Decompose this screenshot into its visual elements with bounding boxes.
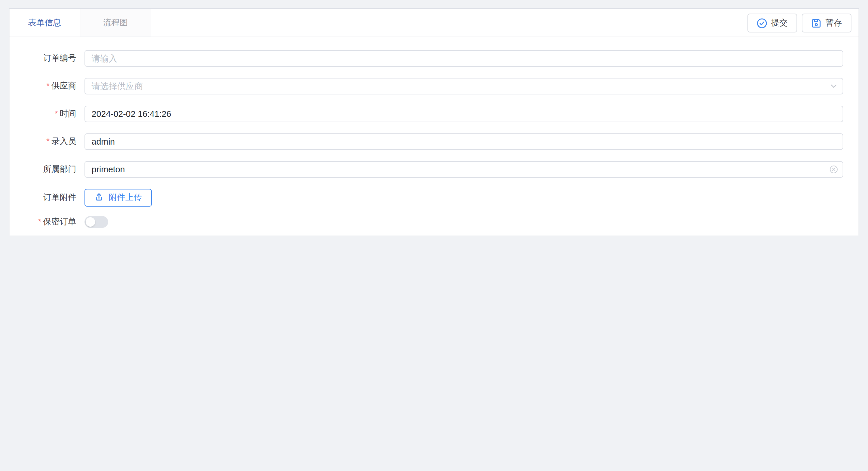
page: 表单信息 流程图 提交 (0, 0, 868, 236)
field-label-text: 订单附件 (43, 193, 76, 202)
clear-circle-icon[interactable] (830, 165, 838, 173)
field-label-text: 所属部门 (43, 164, 76, 173)
form-row-confidential: *保密订单 (9, 216, 859, 228)
form-row-attachment: 订单附件 附件上传 (9, 189, 859, 207)
form-row-recorder: *录入员 (9, 133, 859, 150)
toolbar-actions: 提交 暂存 (747, 13, 851, 32)
tab-form-info-label: 表单信息 (28, 18, 61, 28)
save-draft-button[interactable]: 暂存 (802, 13, 851, 32)
time-input[interactable] (85, 106, 843, 122)
submit-button[interactable]: 提交 (747, 13, 797, 32)
tab-form-info[interactable]: 表单信息 (9, 9, 80, 37)
form-row-department: 所属部门 (9, 161, 859, 178)
chevron-down-icon (830, 82, 837, 90)
field-label-text: 时间 (60, 109, 76, 118)
required-mark: * (38, 216, 41, 226)
field-label-text: 订单编号 (43, 53, 76, 63)
confidential-toggle[interactable] (85, 216, 108, 228)
time-label: *时间 (9, 109, 76, 119)
field-label-text: 供应商 (52, 81, 76, 90)
save-draft-button-label: 暂存 (826, 18, 842, 28)
check-circle-icon (757, 18, 767, 28)
department-label: 所属部门 (9, 164, 76, 175)
top-tabstrip: 表单信息 流程图 提交 (9, 9, 859, 37)
form-card: 表单信息 流程图 提交 (9, 8, 859, 236)
attachment-upload-label: 附件上传 (109, 193, 142, 203)
attachment-upload-button[interactable]: 附件上传 (85, 189, 152, 207)
field-label-text: 录入员 (52, 136, 76, 146)
form-row-order-number: 订单编号 (9, 50, 859, 67)
department-input[interactable] (85, 161, 843, 178)
supplier-label: *供应商 (9, 81, 76, 92)
required-mark: * (46, 81, 50, 90)
form-row-time: *时间 (9, 106, 859, 122)
save-icon (811, 18, 821, 28)
tab-flow-chart[interactable]: 流程图 (80, 9, 151, 37)
submit-button-label: 提交 (771, 18, 788, 28)
tab-flow-chart-label: 流程图 (103, 18, 128, 28)
toggle-knob (86, 217, 95, 227)
supplier-select[interactable]: 请选择供应商 (85, 78, 843, 95)
order-number-label: 订单编号 (9, 53, 76, 64)
recorder-label: *录入员 (9, 136, 76, 147)
form-row-supplier: *供应商 请选择供应商 (9, 78, 859, 95)
supplier-select-placeholder: 请选择供应商 (92, 80, 143, 92)
order-form: 订单编号 *供应商 请选择供应商 (9, 37, 859, 228)
confidential-label: *保密订单 (9, 216, 76, 227)
upload-icon (95, 193, 103, 203)
required-mark: * (46, 136, 50, 146)
field-label-text: 保密订单 (43, 216, 76, 226)
attachment-label: 订单附件 (9, 193, 76, 203)
recorder-input[interactable] (85, 133, 843, 150)
order-number-input[interactable] (85, 50, 843, 67)
required-mark: * (55, 109, 58, 118)
